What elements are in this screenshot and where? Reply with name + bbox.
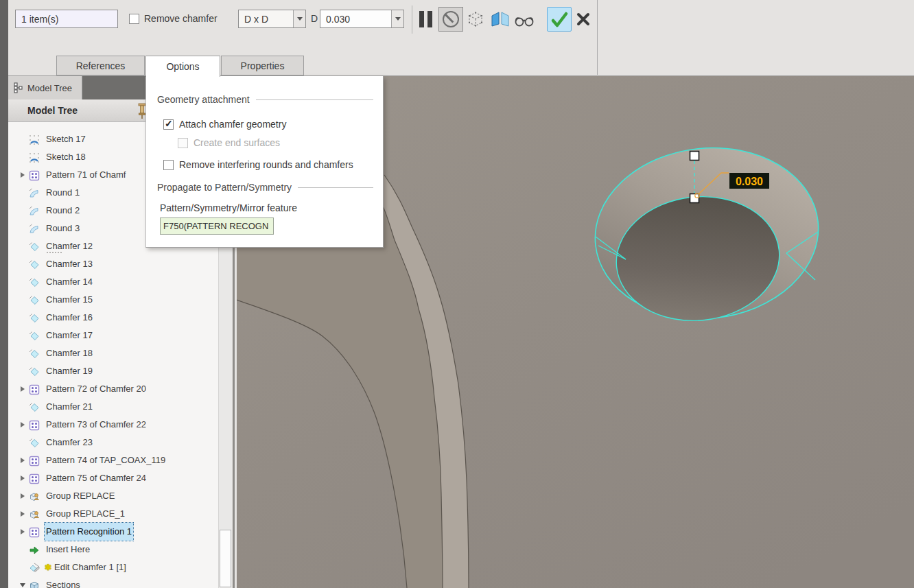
chevron-down-icon[interactable] (391, 10, 403, 27)
tree-row[interactable]: Group REPLACE_1 (8, 505, 218, 523)
tree-item-label[interactable]: Pattern 73 of Chamfer 22 (45, 416, 148, 434)
remove-chamfer-checkbox[interactable] (129, 14, 139, 24)
tree-item-label[interactable]: Chamfer 15 (45, 291, 94, 309)
no-preview-icon (443, 11, 459, 27)
expand-arrow-icon[interactable] (18, 493, 27, 499)
tree-item-label[interactable]: Chamfer 19 (45, 362, 94, 380)
no-preview-button[interactable] (438, 7, 463, 32)
tree-row[interactable]: Chamfer 21 (8, 398, 218, 416)
sections-icon (29, 580, 40, 588)
chamfer-icon (29, 241, 40, 252)
sets-count-field[interactable]: 1 item(s) (15, 10, 118, 28)
tree-row[interactable]: Insert Here (8, 541, 218, 558)
d-value: 0.030 (320, 10, 391, 27)
tree-row[interactable]: Chamfer 17 (8, 327, 218, 344)
tree-item-label[interactable]: Sketch 18 (45, 148, 87, 166)
tree-item-label[interactable]: Sections (45, 576, 82, 588)
create-end-surfaces-checkbox (178, 138, 188, 148)
tree-item-label[interactable]: Chamfer 17 (45, 327, 94, 344)
pattern-feature-field[interactable]: F750(PATTERN RECOGN (160, 217, 274, 235)
model-tree-tab-label: Model Tree (27, 83, 72, 93)
tree-row[interactable]: Pattern 74 of TAP_COAX_119 (8, 451, 218, 469)
dimension-scheme-combo[interactable]: D x D (238, 10, 306, 28)
attach-chamfer-checkbox[interactable] (163, 119, 174, 130)
tree-row[interactable]: Pattern Recognition 1 (8, 523, 218, 541)
verify-button[interactable] (513, 10, 535, 28)
tree-row[interactable]: Chamfer 18 (8, 344, 218, 362)
chamfer-icon (29, 366, 40, 377)
tree-row[interactable]: Sections (8, 576, 218, 588)
tree-row[interactable]: ✱Edit Chamfer 1 [1] (8, 558, 218, 576)
tree-item-label[interactable]: Pattern 75 of Chamfer 24 (45, 469, 148, 487)
tree-row[interactable]: Group REPLACE (8, 487, 218, 505)
expand-arrow-icon[interactable] (18, 475, 27, 481)
edit-chamfer-icon (29, 562, 40, 574)
expand-arrow-icon[interactable] (18, 458, 27, 463)
dimension-handle-bottom[interactable] (690, 194, 699, 203)
tree-row[interactable]: Chamfer 19 (8, 362, 218, 380)
expand-arrow-icon[interactable] (18, 529, 27, 534)
remove-interfering-checkbox[interactable] (163, 160, 174, 170)
close-icon (576, 12, 590, 26)
feature-preview-icon (490, 11, 511, 27)
tree-item-label[interactable]: Insert Here (45, 541, 91, 558)
tree-row[interactable]: Chamfer 16 (8, 309, 218, 327)
tree-item-label[interactable]: Chamfer 13 (45, 255, 94, 273)
tree-row[interactable]: Chamfer 14 (8, 273, 218, 291)
pattern-icon (29, 169, 40, 181)
tree-item-label[interactable]: Pattern 72 of Chamfer 20 (45, 380, 148, 398)
tree-item-label[interactable]: Sketch 17 (45, 130, 87, 148)
tree-row[interactable]: Pattern 75 of Chamfer 24 (8, 469, 218, 487)
model-tree-title: Model Tree (27, 105, 78, 116)
feature-field-label: Pattern/Symmetry/Mirror feature (160, 202, 297, 213)
model-tree-icon (14, 82, 23, 93)
pattern-icon (29, 419, 40, 431)
tree-item-label[interactable]: Chamfer 23 (45, 434, 94, 451)
tree-item-label[interactable]: Chamfer 18 (45, 344, 94, 362)
d-value-combo[interactable]: 0.030 (320, 10, 404, 28)
expand-arrow-icon[interactable] (18, 422, 27, 427)
pause-icon[interactable] (419, 11, 432, 27)
expand-arrow-icon[interactable] (18, 511, 27, 517)
tree-item-label[interactable]: Chamfer 14 (45, 273, 94, 291)
remove-chamfer-label: Remove chamfer (144, 13, 218, 24)
chevron-down-icon[interactable] (293, 10, 305, 27)
tree-item-label[interactable]: Group REPLACE (45, 487, 116, 505)
tree-item-label[interactable]: Round 2 (45, 202, 81, 220)
dimension-handle-top[interactable] (690, 152, 699, 161)
wireframe-preview-button[interactable] (465, 9, 486, 30)
collapse-arrow-icon[interactable] (18, 583, 27, 587)
dimension-value-label[interactable]: 0.030 (736, 176, 763, 187)
tree-row[interactable]: Chamfer 13 (8, 255, 218, 273)
scrollbar-thumb[interactable] (220, 530, 231, 587)
tab-options[interactable]: Options (145, 56, 220, 77)
propagate-group: Propagate to Pattern/Symmetry (157, 182, 373, 193)
creo-window: 1 item(s) Remove chamfer D x D D 0.030 (0, 0, 914, 588)
tree-item-label[interactable]: Pattern 74 of TAP_COAX_119 (45, 451, 167, 469)
options-panel: Geometry attachment Attach chamfer geome… (145, 76, 384, 248)
tree-item-label[interactable]: Chamfer 21 (45, 398, 94, 416)
model-tree-tabrow: Model Tree (8, 76, 145, 99)
tree-item-label[interactable]: Pattern 71 of Chamf (45, 166, 127, 184)
tree-item-label[interactable]: Chamfer 16 (45, 309, 94, 327)
ok-button[interactable] (547, 7, 572, 32)
tab-label: Properties (241, 60, 285, 71)
tree-item-label[interactable]: Chamfer 12 (45, 237, 94, 255)
tree-item-label[interactable]: Round 1 (45, 184, 81, 202)
expand-arrow-icon[interactable] (18, 386, 27, 392)
tab-properties[interactable]: Properties (221, 56, 304, 75)
tree-item-label[interactable]: Pattern Recognition 1 (45, 523, 133, 541)
cancel-button[interactable] (575, 11, 591, 27)
geometry-attachment-label: Geometry attachment (157, 94, 250, 105)
tab-model-tree[interactable]: Model Tree (8, 76, 82, 99)
tree-row[interactable]: Chamfer 23 (8, 434, 218, 451)
expand-arrow-icon[interactable] (18, 172, 27, 178)
tree-item-label[interactable]: Group REPLACE_1 (45, 505, 126, 523)
tree-row[interactable]: Pattern 73 of Chamfer 22 (8, 416, 218, 434)
tree-item-label[interactable]: Edit Chamfer 1 [1] (53, 558, 128, 576)
tree-item-label[interactable]: Round 3 (45, 220, 81, 237)
tree-row[interactable]: Pattern 72 of Chamfer 20 (8, 380, 218, 398)
tab-references[interactable]: References (56, 56, 145, 75)
feature-preview-button[interactable] (490, 10, 511, 29)
tree-row[interactable]: Chamfer 15 (8, 291, 218, 309)
